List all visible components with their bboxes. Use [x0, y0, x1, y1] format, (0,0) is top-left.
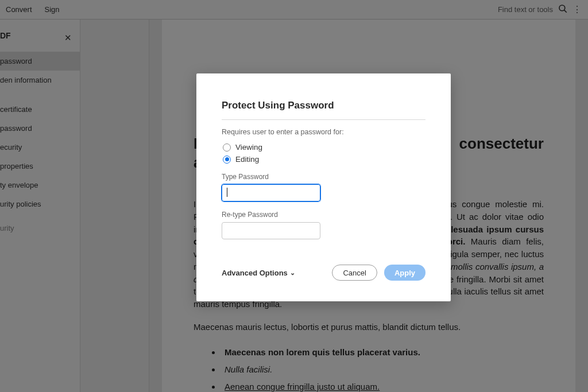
apply-button[interactable]: Apply — [384, 265, 425, 281]
radio-icon — [223, 143, 231, 152]
chevron-down-icon: ⌄ — [290, 269, 295, 277]
type-password-label: Type Password — [222, 173, 425, 181]
dialog-title: Protect Using Password — [222, 100, 425, 120]
type-password-input[interactable] — [222, 184, 320, 201]
retype-password-label: Re-type Password — [222, 211, 425, 219]
radio-icon — [223, 156, 231, 164]
radio-viewing[interactable]: Viewing — [223, 143, 425, 152]
radio-editing[interactable]: Editing — [223, 155, 425, 164]
protect-password-dialog: Protect Using Password Requires user to … — [196, 73, 451, 301]
advanced-options-label: Advanced Options — [222, 269, 288, 277]
radio-viewing-label: Viewing — [235, 143, 262, 152]
retype-password-input[interactable] — [222, 222, 320, 239]
cancel-button[interactable]: Cancel — [332, 265, 377, 281]
advanced-options-toggle[interactable]: Advanced Options ⌄ — [222, 269, 295, 277]
dialog-subtitle: Requires user to enter a password for: — [222, 128, 425, 136]
radio-editing-label: Editing — [235, 155, 259, 164]
